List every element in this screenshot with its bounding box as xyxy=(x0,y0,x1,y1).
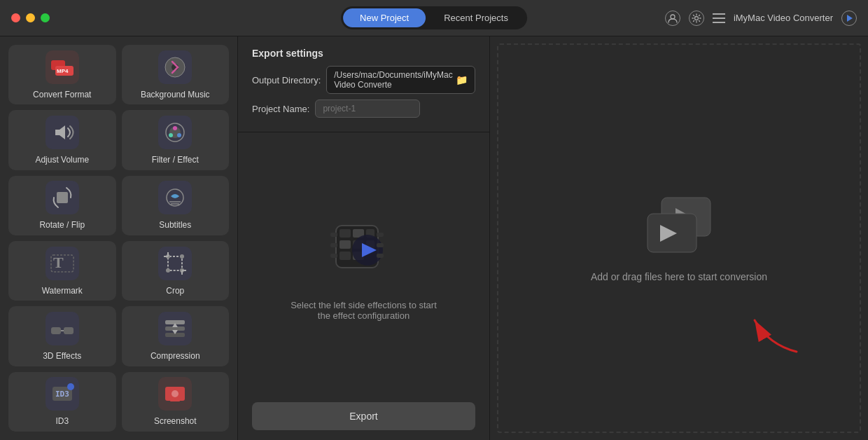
settings-icon[interactable] xyxy=(689,11,704,26)
svg-point-17 xyxy=(169,133,173,137)
window-controls xyxy=(11,13,50,22)
svg-text:T: T xyxy=(53,254,64,271)
watermark-label: Watermark xyxy=(42,286,83,296)
tab-group: New Project Recent Projects xyxy=(341,6,527,29)
background-music-label: Background Music xyxy=(141,90,210,99)
sidebar-item-rotate-flip[interactable]: Rotate / Flip xyxy=(8,176,116,235)
sidebar-item-convert-format[interactable]: MP4 Convert Format xyxy=(8,45,116,104)
adjust-volume-icon xyxy=(46,116,79,149)
subtitles-label: Subtitles xyxy=(159,220,191,230)
main-layout: MP4 Convert Format Background Music xyxy=(0,36,868,440)
export-button[interactable]: Export xyxy=(252,402,475,430)
rotate-flip-label: Rotate / Flip xyxy=(39,220,85,230)
crop-label: Crop xyxy=(166,286,184,296)
background-music-icon xyxy=(158,50,192,84)
maximize-button[interactable] xyxy=(41,13,50,22)
svg-rect-74 xyxy=(377,243,384,247)
3d-effects-label: 3D Effects xyxy=(43,351,81,361)
effect-illustration xyxy=(322,205,406,289)
svg-point-15 xyxy=(173,126,177,130)
effect-area: Select the left side effections to start… xyxy=(238,132,489,392)
svg-rect-41 xyxy=(64,327,74,334)
compression-label: Compression xyxy=(150,351,200,361)
crop-icon xyxy=(158,247,192,280)
output-directory-value[interactable]: /Users/mac/Documents/iMyMac Video Conver… xyxy=(326,66,475,94)
svg-point-16 xyxy=(177,133,181,137)
watermark-icon: T xyxy=(46,247,79,280)
sidebar: MP4 Convert Format Background Music xyxy=(0,36,238,440)
sidebar-item-id3[interactable]: ID3 ID3 xyxy=(8,372,116,432)
sidebar-item-background-music[interactable]: Background Music xyxy=(122,45,230,104)
sidebar-item-screenshot[interactable]: Screenshot xyxy=(122,372,230,432)
titlebar-right: iMyMac Video Converter xyxy=(665,11,857,26)
svg-rect-27 xyxy=(158,247,192,280)
screenshot-icon xyxy=(158,377,192,411)
svg-marker-2 xyxy=(847,15,853,22)
svg-rect-70 xyxy=(330,233,337,237)
sidebar-item-watermark[interactable]: T Watermark xyxy=(8,241,116,301)
svg-rect-60 xyxy=(340,229,351,238)
titlebar: New Project Recent Projects iMyMac Video… xyxy=(0,0,868,36)
compression-icon xyxy=(158,312,192,345)
svg-rect-37 xyxy=(46,312,79,345)
rotate-flip-icon xyxy=(46,181,79,214)
sidebar-item-adjust-volume[interactable]: Adjust Volume xyxy=(8,110,116,170)
project-name-input[interactable] xyxy=(315,99,420,118)
convert-format-label: Convert Format xyxy=(33,90,91,99)
account-icon[interactable] xyxy=(665,11,680,26)
sidebar-item-compression[interactable]: Compression xyxy=(122,306,230,366)
drop-zone-content: Add or drag files here to start conversi… xyxy=(591,194,767,282)
folder-browse-icon[interactable]: 📁 xyxy=(456,74,468,85)
minimize-button[interactable] xyxy=(26,13,35,22)
sidebar-item-crop[interactable]: Crop xyxy=(122,241,230,301)
svg-rect-72 xyxy=(330,254,337,258)
svg-point-31 xyxy=(166,268,170,273)
export-settings-title: Export settings xyxy=(252,48,475,59)
arrow-indicator xyxy=(748,310,804,362)
svg-point-55 xyxy=(172,390,178,397)
output-directory-row: Output Directory: /Users/mac/Documents/i… xyxy=(252,66,475,94)
svg-rect-19 xyxy=(57,192,68,203)
app-logo-icon xyxy=(841,11,857,26)
svg-rect-40 xyxy=(51,327,61,334)
svg-point-52 xyxy=(67,383,74,390)
svg-rect-57 xyxy=(170,400,180,401)
svg-point-30 xyxy=(180,254,184,259)
filter-effect-icon xyxy=(158,116,192,149)
export-button-wrap: Export xyxy=(238,392,489,440)
convert-format-icon: MP4 xyxy=(46,50,79,84)
svg-rect-73 xyxy=(377,233,384,237)
app-title: iMyMac Video Converter xyxy=(734,13,833,23)
id3-label: ID3 xyxy=(55,416,69,426)
drop-zone-icon xyxy=(640,194,718,257)
svg-rect-56 xyxy=(172,398,178,400)
svg-text:ID3: ID3 xyxy=(55,390,69,399)
menu-icon[interactable] xyxy=(713,13,725,23)
sidebar-item-3d-effects[interactable]: 3D Effects xyxy=(8,306,116,366)
export-settings: Export settings Output Directory: /Users… xyxy=(238,36,489,132)
svg-rect-66 xyxy=(340,252,351,260)
svg-point-0 xyxy=(671,15,675,19)
svg-point-1 xyxy=(694,16,698,20)
middle-panel: Export settings Output Directory: /Users… xyxy=(238,36,490,440)
3d-effects-icon xyxy=(46,312,79,345)
svg-rect-71 xyxy=(330,243,337,247)
project-name-label: Project Name: xyxy=(252,104,309,114)
tab-new-project[interactable]: New Project xyxy=(343,8,426,27)
svg-rect-63 xyxy=(340,240,351,249)
subtitles-icon xyxy=(158,181,192,214)
output-directory-label: Output Directory: xyxy=(252,75,321,85)
drop-zone[interactable]: Add or drag files here to start conversi… xyxy=(497,43,861,433)
project-name-row: Project Name: xyxy=(252,99,475,118)
id3-icon: ID3 xyxy=(46,377,79,411)
sidebar-item-filter-effect[interactable]: Filter / Effect xyxy=(122,110,230,170)
filter-effect-label: Filter / Effect xyxy=(152,155,199,165)
drop-zone-text: Add or drag files here to start conversi… xyxy=(591,271,767,282)
adjust-volume-label: Adjust Volume xyxy=(35,155,89,165)
sidebar-item-subtitles[interactable]: Subtitles xyxy=(122,176,230,235)
svg-text:MP4: MP4 xyxy=(57,68,69,74)
tab-recent-projects[interactable]: Recent Projects xyxy=(427,8,525,27)
screenshot-label: Screenshot xyxy=(154,416,197,426)
close-button[interactable] xyxy=(11,13,20,22)
svg-rect-75 xyxy=(377,254,384,258)
